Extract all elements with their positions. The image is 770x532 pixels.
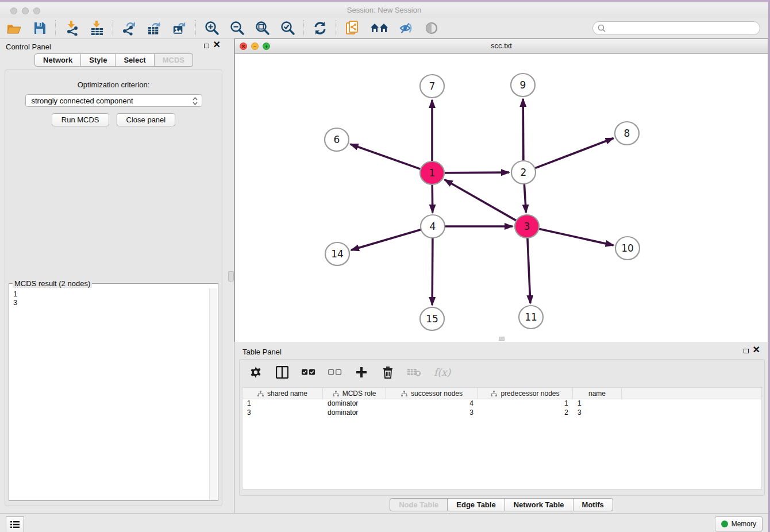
graph-edge-1-6[interactable] [351,144,421,169]
graph-node-8[interactable]: 8 [615,122,639,145]
titlebar[interactable]: Session: New Session [0,3,768,18]
delete-table-icon[interactable] [407,365,421,379]
tab-select[interactable]: Select [116,53,154,67]
graph-node-10[interactable]: 10 [615,237,640,260]
column-header[interactable]: MCDS role [323,388,386,399]
tab-motifs[interactable]: Motifs [573,498,613,511]
search-icon [598,24,606,32]
add-column-icon[interactable] [355,365,368,379]
svg-text:11: 11 [525,311,537,323]
tab-network[interactable]: Network [34,53,81,67]
hide-panels-icon[interactable] [399,21,414,36]
cell-shared-name: 1 [242,399,323,408]
mcds-panel: Optimization criterion: strongly connect… [5,70,222,506]
graph-edge-3-11[interactable] [528,238,530,303]
tab-edge-table[interactable]: Edge Table [448,498,505,511]
graph-edge-3-10[interactable] [539,229,614,245]
network-collapse-handle[interactable] [499,337,505,341]
list-icon [10,521,20,529]
tab-style[interactable]: Style [81,53,116,67]
divider-handle[interactable] [228,271,234,282]
svg-text:15: 15 [426,313,438,325]
application-window: Session: New Session [0,0,770,532]
graph-node-3[interactable]: 3 [515,215,539,238]
search-input[interactable] [609,24,755,33]
table-tabs: Node Table Edge Table Network Table Moti… [234,498,768,511]
run-mcds-button[interactable]: Run MCDS [52,113,109,126]
column-header[interactable]: predecessor nodes [478,388,573,399]
graph-edge-1-2[interactable] [444,172,509,173]
close-panel-icon[interactable]: ✕ [213,40,221,50]
show-panel-icon[interactable] [424,21,439,36]
mcds-result-text: 1 3 [10,288,210,500]
svg-text:1: 1 [429,167,436,179]
graph-edge-1-4[interactable] [432,184,433,213]
graph-node-7[interactable]: 7 [420,75,444,98]
cell-mcds-role: dominator [323,399,386,408]
network-window-titlebar[interactable]: ✕ − ＋ scc.txt [235,39,768,54]
function-builder-icon[interactable]: f(x) [434,367,451,378]
zoom-fit-icon[interactable] [255,21,270,36]
import-network-icon[interactable] [64,21,79,36]
overview-icon[interactable] [370,21,388,36]
float-panel-icon[interactable] [204,44,209,48]
graph-edge-2-3[interactable] [524,184,526,213]
panel-divider[interactable] [228,38,234,513]
deselect-all-icon[interactable] [328,365,342,379]
zoom-selected-icon[interactable] [280,21,295,36]
table-row[interactable]: 3 dominator 3 2 3 [242,408,761,418]
graph-node-6[interactable]: 6 [325,128,349,151]
graph-edge-3-1[interactable] [445,180,517,221]
graph-edge-4-14[interactable] [351,230,421,250]
graph-node-2[interactable]: 2 [511,161,536,184]
graph-node-1[interactable]: 1 [420,161,444,184]
network-canvas[interactable]: 7968124314101511 [235,54,768,342]
column-header[interactable]: shared name [242,388,323,399]
cell-predecessor-nodes: 2 [478,408,573,418]
hierarchy-icon [491,391,497,396]
memory-button[interactable]: Memory [715,516,763,531]
cell-successor-nodes: 3 [386,408,478,418]
split-columns-icon[interactable] [275,365,289,379]
zoom-out-icon[interactable] [230,21,245,36]
import-table-icon[interactable] [90,21,105,36]
select-all-icon[interactable] [302,365,315,379]
graph-node-11[interactable]: 11 [519,306,543,329]
hierarchy-icon [333,391,339,396]
table-float-icon[interactable] [744,349,749,353]
svg-text:14: 14 [331,248,344,260]
optimization-criterion-dropdown[interactable]: strongly connected component [25,94,202,107]
graph-edge-2-9[interactable] [523,99,523,161]
table-close-icon[interactable]: ✕ [753,345,760,355]
refresh-icon[interactable] [313,21,328,36]
tab-network-table[interactable]: Network Table [505,498,573,511]
export-network-icon[interactable] [122,21,137,36]
column-header[interactable]: name [573,388,622,399]
column-header[interactable]: successor nodes [386,388,478,399]
save-session-icon[interactable] [32,21,47,36]
delete-icon[interactable] [381,365,395,379]
graph-node-4[interactable]: 4 [421,215,445,238]
table-row[interactable]: 1 dominator 4 1 1 [242,399,761,408]
zoom-in-icon[interactable] [205,21,220,36]
export-table-icon[interactable] [147,21,162,36]
graph-node-14[interactable]: 14 [325,242,349,265]
graph-edge-4-15[interactable] [432,238,433,305]
open-session-icon[interactable] [7,21,22,36]
search-box[interactable] [592,21,760,35]
result-scrollbar[interactable] [209,288,217,500]
graph-node-15[interactable]: 15 [420,307,444,330]
node-table[interactable]: shared name MCDS role successor nodes pr… [242,387,762,489]
graph-node-9[interactable]: 9 [511,74,535,97]
cell-mcds-role: dominator [323,408,386,418]
tab-node-table[interactable]: Node Table [390,498,448,511]
duplicate-network-icon[interactable] [345,21,360,36]
task-history-button[interactable] [6,516,24,532]
cell-successor-nodes: 4 [386,399,478,408]
close-panel-button[interactable]: Close panel [117,113,176,126]
cell-name: 1 [573,399,622,408]
graph-edge-2-8[interactable] [535,138,614,168]
gear-icon[interactable] [249,365,263,379]
tab-mcds[interactable]: MCDS [155,53,193,67]
export-image-icon[interactable] [172,21,187,36]
